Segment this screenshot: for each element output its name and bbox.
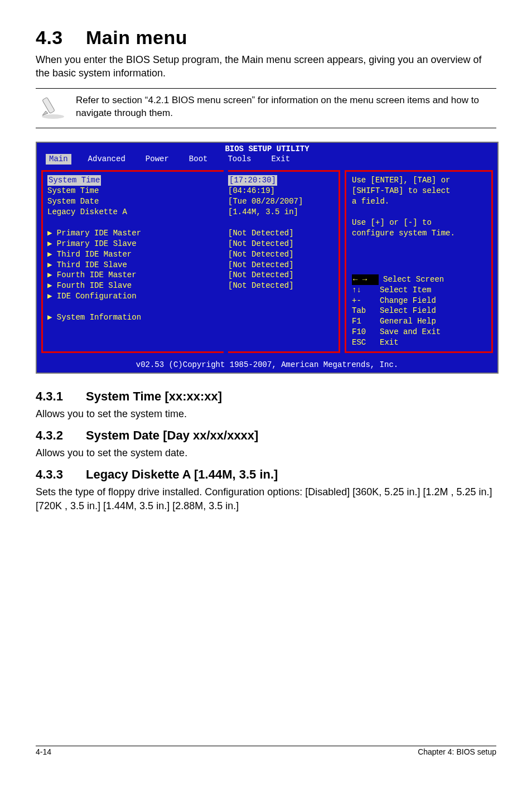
help-line: Use [+] or [-] to	[352, 218, 486, 228]
note-text: Refer to section “4.2.1 BIOS menu screen…	[76, 94, 492, 120]
bios-item-legacy-diskette[interactable]: Legacy Diskette A	[47, 207, 219, 218]
bios-val-fourth-master: [Not Detected]	[228, 270, 334, 281]
bios-item-system-time-sel[interactable]: System Time	[47, 175, 219, 186]
bios-item-third-master[interactable]: ▶ Third IDE Master	[47, 249, 219, 260]
help-key-exit: ESCExit	[352, 337, 486, 348]
bios-menu-bar: Main Advanced Power Boot Tools Exit	[37, 154, 497, 167]
bios-values-pane: [17:20:30] [04:46:19] [Tue 08/28/2007] […	[228, 170, 340, 353]
page-footer: 4-14 Chapter 4: BIOS setup	[36, 746, 496, 756]
subsection-title: Legacy Diskette A [1.44M, 3.5 in.]	[86, 467, 278, 481]
help-line: configure system Time.	[352, 228, 486, 239]
bios-item-primary-slave[interactable]: ▶ Primary IDE Slave	[47, 239, 219, 249]
chapter-label: Chapter 4: BIOS setup	[418, 747, 496, 756]
bios-tab-power[interactable]: Power	[142, 154, 172, 165]
bios-val-system-time-sel[interactable]: [17:20:30]	[228, 175, 277, 186]
bios-val-system-date[interactable]: [Tue 08/28/2007]	[228, 196, 334, 207]
section-title: Main menu	[86, 27, 187, 48]
bios-screenshot: BIOS SETUP UTILITY Main Advanced Power B…	[36, 142, 499, 374]
svg-point-0	[42, 114, 64, 119]
bios-item-system-time[interactable]: System Time	[47, 186, 219, 196]
bios-val-legacy-diskette[interactable]: [1.44M, 3.5 in]	[228, 207, 334, 218]
pencil-icon	[40, 94, 66, 120]
intro-paragraph: When you enter the BIOS Setup program, t…	[36, 53, 496, 80]
subsection-body: Allows you to set the system time.	[36, 407, 496, 421]
subsection-heading: 4.3.1System Time [xx:xx:xx]	[36, 389, 496, 404]
help-key-change-field: +-Change Field	[352, 296, 486, 306]
bios-item-primary-master[interactable]: ▶ Primary IDE Master	[47, 228, 219, 239]
section-number: 4.3	[36, 27, 86, 49]
bios-val-primary-master: [Not Detected]	[228, 228, 334, 239]
svg-rect-1	[42, 97, 55, 113]
bios-item-fourth-slave[interactable]: ▶ Fourth IDE Slave	[47, 281, 219, 291]
bios-item-system-info[interactable]: ▶ System Information	[47, 312, 219, 323]
help-line: Use [ENTER], [TAB] or	[352, 175, 486, 186]
subsection-body: Sets the type of floppy drive installed.…	[36, 485, 496, 513]
bios-val-primary-slave: [Not Detected]	[228, 239, 334, 249]
subsection-number: 4.3.2	[36, 428, 86, 443]
bios-item-fourth-master[interactable]: ▶ Fourth IDE Master	[47, 270, 219, 281]
subsection-number: 4.3.3	[36, 467, 86, 482]
note-box: Refer to section “4.2.1 BIOS menu screen…	[36, 88, 496, 128]
subsection-heading: 4.3.3Legacy Diskette A [1.44M, 3.5 in.]	[36, 467, 496, 482]
bios-footer: v02.53 (C)Copyright 1985-2007, American …	[37, 359, 497, 373]
bios-val-third-slave: [Not Detected]	[228, 260, 334, 270]
bios-help-pane: Use [ENTER], [TAB] or [SHIFT-TAB] to sel…	[345, 170, 493, 353]
page-number: 4-14	[36, 747, 51, 756]
bios-item-third-slave[interactable]: ▶ Third IDE Slave	[47, 260, 219, 270]
bios-val-system-time[interactable]: [04:46:19]	[228, 186, 334, 196]
help-key-save-exit: F10Save and Exit	[352, 327, 486, 337]
subsection-heading: 4.3.2System Date [Day xx/xx/xxxx]	[36, 428, 496, 443]
help-key-select-screen: ← →Select Screen	[352, 274, 486, 285]
subsection-title: System Time [xx:xx:xx]	[86, 389, 222, 403]
bios-item-system-date[interactable]: System Date	[47, 196, 219, 207]
bios-val-fourth-slave: [Not Detected]	[228, 281, 334, 291]
bios-tab-tools[interactable]: Tools	[224, 154, 254, 165]
bios-tab-exit[interactable]: Exit	[268, 154, 293, 165]
subsection-body: Allows you to set the system date.	[36, 446, 496, 460]
section-heading: 4.3Main menu	[36, 27, 496, 49]
help-line: a field.	[352, 196, 486, 207]
help-line: [SHIFT-TAB] to select	[352, 186, 486, 196]
bios-tab-main[interactable]: Main	[46, 154, 71, 165]
help-key-general-help: F1General Help	[352, 316, 486, 327]
bios-item-ide-config[interactable]: ▶ IDE Configuration	[47, 291, 219, 302]
help-key-select-item: ↑↓Select Item	[352, 285, 486, 296]
help-key-select-field: TabSelect Field	[352, 306, 486, 316]
bios-title: BIOS SETUP UTILITY	[37, 143, 497, 154]
bios-val-third-master: [Not Detected]	[228, 249, 334, 260]
bios-left-pane: System Time System Time System Date Lega…	[41, 170, 224, 353]
bios-tab-advanced[interactable]: Advanced	[85, 154, 129, 165]
subsection-title: System Date [Day xx/xx/xxxx]	[86, 428, 258, 442]
bios-tab-boot[interactable]: Boot	[186, 154, 211, 165]
subsection-number: 4.3.1	[36, 389, 86, 404]
